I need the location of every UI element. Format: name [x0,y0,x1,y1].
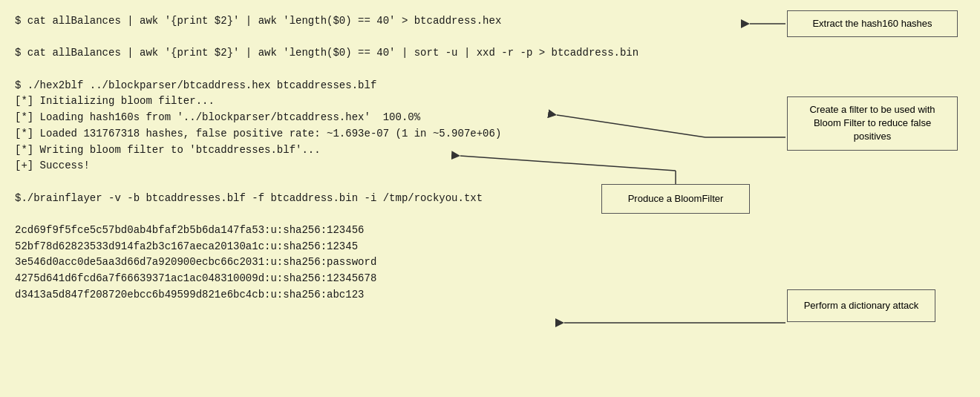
bloom-filter-create-annotation: Create a filter to be used with Bloom Fi… [787,96,958,151]
extract-hash-annotation: Extract the hash160 hashes [787,10,958,37]
dictionary-attack-annotation: Perform a dictionary attack [787,289,935,322]
terminal-line: [+] Success! [15,158,624,174]
terminal-line: [*] Loaded 131767318 hashes, false posit… [15,126,624,142]
bloom-filter-annotation: Produce a BloomFilter [601,184,750,214]
terminal-line: 3e546d0acc0de5aa3d66d7a920900ecbc66c2031… [15,255,624,271]
terminal-line: [*] Loading hash160s from '../blockparse… [15,110,624,126]
terminal-line [15,30,624,46]
terminal-line: 4275d641d6fcd6a7f66639371ac1ac048310009d… [15,271,624,287]
terminal-area: $ cat allBalances | awk '{print $2}' | a… [15,13,624,303]
terminal-line: 52bf78d62823533d914fa2b3c167aeca20130a1c… [15,239,624,255]
main-container: $ cat allBalances | awk '{print $2}' | a… [0,0,980,397]
terminal-line: d3413a5d847f208720ebcc6b49599d821e6bc4cb… [15,287,624,304]
terminal-line: $ cat allBalances | awk '{print $2}' | a… [15,45,624,62]
terminal-line: $./brainflayer -v -b btcaddresses.blf -f… [15,191,624,207]
terminal-line: [*] Writing bloom filter to 'btcaddresse… [15,142,624,159]
terminal-line [15,174,624,191]
terminal-line: $ cat allBalances | awk '{print $2}' | a… [15,13,624,30]
terminal-line: 2cd69f9f5fce5c57bd0ab4bfaf2b5b6da147fa53… [15,223,624,239]
terminal-line [15,206,624,223]
terminal-line: [*] Initializing bloom filter... [15,93,624,110]
terminal-line: $ ./hex2blf ../blockparser/btcaddress.he… [15,78,624,94]
terminal-line [15,62,624,78]
